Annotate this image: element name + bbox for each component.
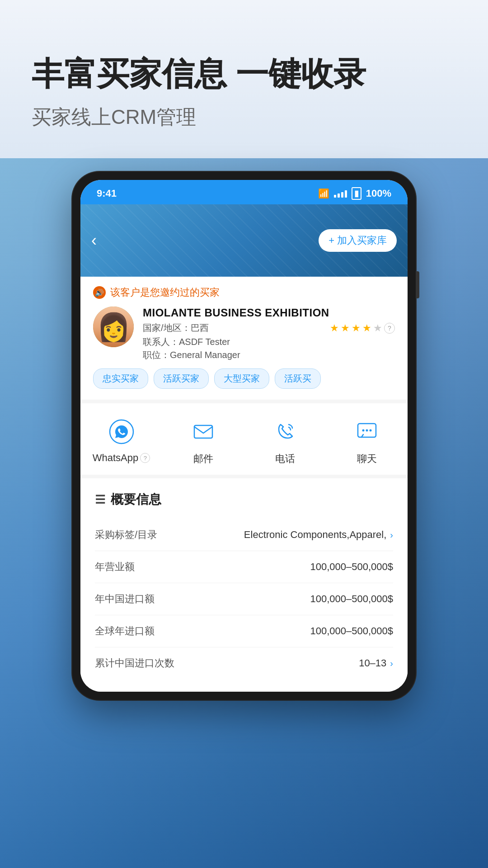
whatsapp-label: WhatsApp bbox=[93, 452, 139, 464]
info-key-purchase: 采购标签/目录 bbox=[95, 528, 157, 542]
info-key-revenue: 年营业额 bbox=[95, 560, 135, 574]
chevron-right-icon-2[interactable]: › bbox=[390, 658, 393, 669]
mail-icon-wrapper bbox=[188, 416, 219, 448]
action-phone[interactable]: 电话 bbox=[244, 416, 326, 466]
signal-bars-icon bbox=[334, 189, 347, 198]
star-3: ★ bbox=[352, 322, 361, 334]
add-to-buyer-button[interactable]: + 加入买家库 bbox=[319, 229, 397, 252]
star-2: ★ bbox=[341, 322, 350, 334]
svg-point-4 bbox=[366, 429, 368, 432]
svg-point-3 bbox=[362, 429, 364, 432]
svg-point-5 bbox=[369, 429, 371, 432]
phone-label-row: 电话 bbox=[275, 452, 295, 466]
info-val-revenue: 100,000–500,000$ bbox=[310, 561, 393, 573]
avatar-face bbox=[93, 307, 134, 347]
phone-side-button bbox=[416, 271, 419, 298]
tag-active: 活跃买家 bbox=[154, 368, 209, 389]
info-section-icon: ☰ bbox=[95, 493, 105, 507]
customer-info-row: MIOLANTE BUSINESS EXHIBITION 国家/地区：巴西 ★ … bbox=[93, 307, 395, 361]
country-label: 国家/地区：巴西 bbox=[143, 322, 209, 334]
info-val-global-import: 100,000–500,000$ bbox=[310, 625, 393, 637]
action-mail[interactable]: 邮件 bbox=[162, 416, 244, 466]
info-row-revenue: 年营业额 100,000–500,000$ bbox=[95, 551, 393, 583]
info-key-china-import: 年中国进口额 bbox=[95, 592, 155, 606]
mail-label-row: 邮件 bbox=[193, 452, 213, 466]
tag-active2: 活跃买 bbox=[275, 368, 321, 389]
star-5: ★ bbox=[373, 322, 382, 334]
chevron-right-icon[interactable]: › bbox=[390, 530, 393, 540]
info-val-import-count: 10–13 › bbox=[359, 657, 393, 669]
tag-large: 大型买家 bbox=[214, 368, 269, 389]
chat-label: 聊天 bbox=[357, 452, 377, 466]
status-icons: 📶 ▮ 100% bbox=[318, 187, 391, 200]
customer-card: 🔊 该客户是您邀约过的买家 MIOLANTE BUSINESS EXHIBITI… bbox=[80, 277, 408, 403]
chat-icon-wrapper bbox=[351, 416, 383, 448]
battery-percent: 100% bbox=[366, 188, 391, 199]
header-image: ‹ + 加入买家库 bbox=[80, 204, 408, 277]
customer-details: MIOLANTE BUSINESS EXHIBITION 国家/地区：巴西 ★ … bbox=[143, 307, 395, 361]
info-row-purchase: 采购标签/目录 Electronic Components,Apparel, › bbox=[95, 519, 393, 551]
wifi-icon: 📶 bbox=[318, 188, 329, 199]
action-chat[interactable]: 聊天 bbox=[326, 416, 408, 466]
avatar bbox=[93, 307, 134, 347]
whatsapp-icon-wrapper bbox=[106, 416, 137, 448]
info-val-purchase: Electronic Components,Apparel, › bbox=[244, 529, 393, 541]
hero-subtitle: 买家线上CRM管理 bbox=[32, 104, 456, 131]
contact-label: 联系人：ASDF Tester bbox=[143, 336, 395, 348]
tags-row: 忠实买家 活跃买家 大型买家 活跃买 bbox=[93, 368, 395, 389]
mail-label: 邮件 bbox=[193, 452, 213, 466]
add-label: 加入买家库 bbox=[337, 234, 387, 247]
phone-mockup: 9:41 📶 ▮ 100% ‹ + bbox=[72, 172, 416, 700]
position-label: 职位：General Manager bbox=[143, 349, 395, 361]
star-1: ★ bbox=[330, 322, 339, 334]
phone-frame: 9:41 📶 ▮ 100% ‹ + bbox=[72, 172, 416, 700]
tag-loyal: 忠实买家 bbox=[93, 368, 148, 389]
mail-icon bbox=[191, 419, 216, 444]
invited-notice-text: 该客户是您邀约过的买家 bbox=[110, 286, 220, 299]
back-button[interactable]: ‹ bbox=[91, 231, 97, 250]
phone-icon bbox=[272, 419, 298, 444]
info-row-global-import: 全球年进口额 100,000–500,000$ bbox=[95, 615, 393, 647]
action-whatsapp[interactable]: WhatsApp ? bbox=[80, 416, 162, 466]
info-section-title: ☰ 概要信息 bbox=[95, 491, 393, 508]
status-time: 9:41 bbox=[97, 188, 117, 199]
info-val-china-import: 100,000–500,000$ bbox=[310, 593, 393, 605]
status-bar: 9:41 📶 ▮ 100% bbox=[80, 180, 408, 204]
chat-icon bbox=[354, 419, 380, 444]
battery-icon: ▮ bbox=[352, 187, 361, 200]
info-key-import-count: 累计中国进口次数 bbox=[95, 656, 174, 670]
hero-title: 丰富买家信息 一键收录 bbox=[32, 54, 456, 93]
info-section-title-text: 概要信息 bbox=[111, 491, 161, 508]
phone-icon-wrapper bbox=[269, 416, 301, 448]
info-row-import-count: 累计中国进口次数 10–13 › bbox=[95, 647, 393, 679]
info-key-global-import: 全球年进口额 bbox=[95, 624, 155, 638]
info-section: ☰ 概要信息 采购标签/目录 Electronic Components,App… bbox=[80, 478, 408, 692]
country-row: 国家/地区：巴西 ★ ★ ★ ★ ★ ? bbox=[143, 322, 395, 334]
actions-section: WhatsApp ? 邮件 bbox=[80, 403, 408, 478]
whatsapp-icon bbox=[109, 419, 134, 444]
company-name: MIOLANTE BUSINESS EXHIBITION bbox=[143, 307, 395, 319]
phone-screen: 9:41 📶 ▮ 100% ‹ + bbox=[80, 180, 408, 692]
star-4: ★ bbox=[362, 322, 371, 334]
chat-label-row: 聊天 bbox=[357, 452, 377, 466]
info-row-china-import: 年中国进口额 100,000–500,000$ bbox=[95, 583, 393, 615]
add-icon: + bbox=[328, 235, 334, 246]
hero-section: 丰富买家信息 一键收录 买家线上CRM管理 bbox=[0, 0, 488, 153]
rating-help-icon[interactable]: ? bbox=[384, 323, 395, 334]
whatsapp-label-row: WhatsApp ? bbox=[93, 452, 150, 464]
phone-label: 电话 bbox=[275, 452, 295, 466]
svg-rect-1 bbox=[194, 425, 212, 438]
invited-notice: 🔊 该客户是您邀约过的买家 bbox=[93, 286, 395, 299]
whatsapp-help-icon[interactable]: ? bbox=[140, 453, 150, 463]
speaker-icon: 🔊 bbox=[93, 286, 106, 299]
star-rating: ★ ★ ★ ★ ★ bbox=[330, 322, 382, 334]
